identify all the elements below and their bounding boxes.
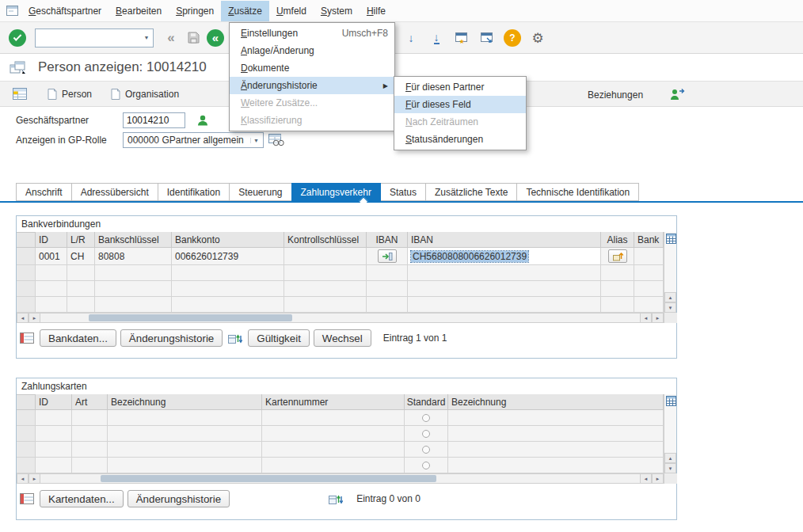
cell-iban[interactable]: CH5680808006626012739 — [408, 248, 601, 265]
bankdaten-button[interactable]: Bankdaten... — [40, 329, 116, 347]
cell-bankschluessel[interactable]: 80808 — [95, 248, 172, 265]
tab-identifikation[interactable]: Identifikation — [158, 183, 230, 201]
back-button[interactable]: « — [206, 28, 225, 48]
tab-technische-identifikation[interactable]: Technische Identifikation — [516, 183, 639, 201]
worklist-icon[interactable] — [13, 88, 27, 100]
submenu-item-statusaenderungen[interactable]: Statusänderungen — [394, 131, 526, 148]
scroll-thumb[interactable] — [101, 475, 436, 482]
menu-geschaeftspartner[interactable]: Geschäftspartner — [21, 1, 108, 21]
object-tab-person[interactable]: Person — [38, 84, 101, 104]
bank-aenderungshistorie-button[interactable]: Änderungshistorie — [120, 329, 223, 347]
col-id[interactable]: ID — [36, 394, 72, 410]
help-button[interactable]: ? — [503, 28, 522, 48]
menu-item-dokumente[interactable]: Dokumente — [230, 59, 394, 77]
card-details-icon-button[interactable] — [18, 491, 36, 507]
col-bezeichnung[interactable]: Bezeichnung — [108, 394, 262, 410]
scroll-right-button[interactable]: ► — [652, 473, 664, 484]
bank-details-icon-button[interactable] — [18, 330, 36, 346]
menu-zusaetze[interactable]: Zusätze — [221, 1, 269, 21]
menu-system[interactable]: System — [314, 1, 360, 21]
col-bankschluessel[interactable]: Bankschlüssel — [95, 232, 172, 248]
table-settings-button[interactable] — [665, 395, 676, 406]
object-tab-beziehungen[interactable]: Beziehungen — [588, 82, 643, 108]
menu-springen[interactable]: Springen — [169, 1, 221, 21]
col-bank-cut[interactable]: Bank — [634, 232, 664, 248]
col-art[interactable]: Art — [72, 394, 108, 410]
display-role-button[interactable] — [268, 134, 284, 146]
bank-sort-button[interactable] — [226, 330, 244, 346]
tab-zusaetzliche-texte[interactable]: Zusätzliche Texte — [425, 183, 518, 201]
command-dropdown-icon[interactable]: ▼ — [140, 35, 153, 40]
row-selector[interactable] — [17, 248, 36, 265]
cell-id[interactable]: 0001 — [36, 248, 67, 265]
kartendaten-button[interactable]: Kartendaten... — [40, 490, 124, 507]
menu-item-aenderungshistorie[interactable]: Änderungshistorie ▶ — [230, 77, 394, 94]
submenu-item-fuer-diesen-partner[interactable]: Für diesen Partner — [394, 78, 526, 96]
cards-aenderungshistorie-button[interactable]: Änderungshistorie — [127, 490, 230, 507]
col-lr[interactable]: L/R — [67, 232, 95, 248]
create-shortcut-button[interactable] — [478, 28, 497, 48]
scroll-up-button[interactable]: ▲ — [664, 292, 676, 302]
col-iban-button[interactable]: IBAN — [367, 232, 408, 248]
scroll-left-button[interactable]: ◄ — [640, 473, 652, 484]
scroll-left-button[interactable]: ◄ — [17, 313, 29, 323]
scroll-track[interactable] — [40, 313, 640, 323]
scroll-down-button[interactable]: ▼ — [664, 302, 676, 313]
cell-bankkonto[interactable]: 006626012739 — [172, 248, 284, 265]
role-select[interactable]: 000000 GPartner allgemein ▼ — [123, 132, 264, 148]
scroll-track[interactable] — [40, 473, 640, 484]
menu-item-anlage-aenderung[interactable]: Anlage/Änderung — [230, 42, 394, 59]
menu-hilfe[interactable]: Hilfe — [360, 1, 393, 21]
switch-partner-button[interactable] — [669, 82, 685, 108]
partner-input[interactable] — [123, 112, 185, 128]
menu-item-einstellungen[interactable]: Einstellungen Umsch+F8 — [230, 25, 394, 42]
gueltigkeit-button[interactable]: Gültigkeit — [248, 329, 310, 347]
scroll-right-button[interactable]: ► — [29, 473, 40, 484]
session-icon[interactable] — [10, 61, 27, 74]
col-kartennummer[interactable]: Kartennummer — [262, 394, 405, 410]
customize-button[interactable]: ⚙ — [528, 28, 547, 48]
cell-kontrollschluessel[interactable] — [284, 248, 367, 265]
role-dropdown-icon[interactable]: ▼ — [250, 138, 261, 143]
col-standard[interactable]: Standard — [405, 394, 448, 410]
cards-sort-button[interactable] — [327, 491, 344, 507]
tab-zahlungsverkehr[interactable]: Zahlungsverkehr — [291, 183, 381, 201]
tab-anschrift[interactable]: Anschrift — [16, 183, 72, 201]
tab-steuerung[interactable]: Steuerung — [229, 183, 291, 201]
command-field[interactable]: ▼ — [35, 28, 154, 48]
page-down-button[interactable]: ↓ — [402, 28, 421, 48]
object-tab-beziehungen-label: Beziehungen — [588, 89, 643, 101]
command-input[interactable] — [36, 30, 140, 46]
roles-overview-icon — [268, 134, 284, 146]
scroll-right-button[interactable]: ► — [652, 313, 664, 323]
collapse-command-button[interactable]: « — [162, 28, 181, 48]
col-bankkonto[interactable]: Bankkonto — [172, 232, 284, 248]
scroll-up-button[interactable]: ▲ — [664, 453, 676, 463]
menu-umfeld[interactable]: Umfeld — [269, 1, 314, 21]
wechsel-button[interactable]: Wechsel — [314, 329, 371, 347]
select-all-cell[interactable] — [17, 232, 36, 248]
menu-bearbeiten[interactable]: Bearbeiten — [108, 1, 169, 21]
scroll-down-button[interactable]: ▼ — [664, 463, 676, 473]
enter-button[interactable] — [8, 28, 27, 48]
scroll-left-button[interactable]: ◄ — [640, 313, 652, 323]
col-alias[interactable]: Alias — [601, 232, 634, 248]
submenu-item-fuer-dieses-feld[interactable]: Für dieses Feld — [394, 96, 526, 113]
cell-lr[interactable]: CH — [67, 248, 95, 265]
object-tab-organisation[interactable]: Organisation — [101, 84, 188, 104]
scroll-thumb[interactable] — [89, 314, 292, 321]
scroll-left-button[interactable]: ◄ — [17, 473, 29, 484]
tab-adressuebersicht[interactable]: Adressübersicht — [71, 183, 158, 201]
last-page-button[interactable]: ↓ — [427, 28, 446, 48]
col-kontrollschluessel[interactable]: Kontrollschlüssel — [284, 232, 367, 248]
table-settings-button[interactable] — [665, 233, 676, 244]
col-bezeichnung-2[interactable]: Bezeichnung — [448, 394, 664, 410]
iban-expand-button[interactable] — [378, 249, 397, 263]
col-id[interactable]: ID — [36, 232, 67, 248]
col-iban[interactable]: IBAN — [408, 232, 601, 248]
new-session-button[interactable]: ★ — [452, 28, 471, 48]
scroll-right-button[interactable]: ► — [29, 313, 40, 323]
alias-button[interactable] — [608, 249, 627, 263]
tab-status[interactable]: Status — [380, 183, 426, 201]
select-all-cell[interactable] — [17, 394, 36, 410]
